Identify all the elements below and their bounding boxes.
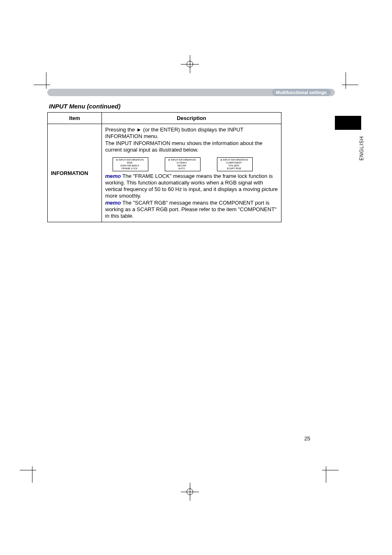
osd-header: INPUT-INFORMATION bbox=[222, 159, 248, 161]
crop-mark-bl bbox=[7, 466, 36, 495]
desc-para-1: Pressing the ► (or the ENTER) button dis… bbox=[105, 127, 278, 140]
table-header-row: Item Description bbox=[48, 113, 281, 124]
registration-mark-bottom bbox=[181, 483, 199, 501]
side-tab-black bbox=[335, 116, 361, 130]
description-cell: Pressing the ► (or the ENTER) button dis… bbox=[102, 124, 281, 222]
osd-line: SCART RGB bbox=[220, 167, 248, 170]
input-menu-table: Item Description INFORMATION Pressing th… bbox=[47, 112, 281, 222]
osd-illustration-rgb: ◄ INPUT-INFORMATION RGB 1024x768 @60.0 F… bbox=[113, 157, 148, 171]
osd-line: 1024x768 @60.0 bbox=[115, 164, 144, 167]
section-chip: Multifunctional settings bbox=[272, 89, 331, 96]
osd-line: S-VIDEO bbox=[168, 161, 196, 164]
page-content: Multifunctional settings ENGLISH INPUT M… bbox=[47, 89, 335, 222]
crop-mark-br bbox=[322, 466, 351, 495]
osd-line: AUTO bbox=[168, 167, 196, 170]
memo-text-1: The "FRAME LOCK" message means the frame… bbox=[105, 173, 278, 199]
crop-mark-tl bbox=[21, 60, 50, 89]
language-label: ENGLISH bbox=[359, 136, 364, 161]
registration-mark-top bbox=[181, 55, 199, 73]
desc-para-2: The INPUT INFORMATION menu shows the inf… bbox=[105, 140, 278, 154]
memo-para-1: memo The "FRAME LOCK" message means the … bbox=[105, 173, 278, 200]
illustration-row: ◄ INPUT-INFORMATION RGB 1024x768 @60.0 F… bbox=[113, 157, 278, 171]
table-row: INFORMATION Pressing the ► (or the ENTER… bbox=[48, 124, 281, 222]
osd-line: SECAM bbox=[168, 164, 196, 167]
header-bar: Multifunctional settings bbox=[47, 89, 335, 96]
osd-line: COMPONENT bbox=[220, 161, 248, 164]
page-number: 25 bbox=[304, 435, 310, 442]
osd-line: FRAME LOCK bbox=[115, 167, 144, 170]
memo-text-2: The "SCART RGB" message means the COMPON… bbox=[105, 200, 277, 219]
col-item: Item bbox=[48, 113, 102, 124]
play-icon: ► bbox=[136, 127, 142, 133]
osd-header: INPUT-INFORMATION bbox=[118, 159, 144, 161]
osd-illustration-component: ◄ INPUT-INFORMATION COMPONENT 576i @50 S… bbox=[217, 157, 253, 171]
memo-label: memo bbox=[105, 173, 121, 179]
memo-label: memo bbox=[105, 200, 121, 206]
page-title: INPUT Menu (continued) bbox=[49, 103, 335, 110]
osd-header: INPUT-INFORMATION bbox=[170, 159, 196, 161]
crop-mark-tr bbox=[342, 60, 371, 89]
item-cell-information: INFORMATION bbox=[48, 124, 102, 222]
col-description: Description bbox=[102, 113, 281, 124]
osd-line: RGB bbox=[115, 161, 144, 164]
osd-line: 576i @50 bbox=[220, 164, 248, 167]
memo-para-2: memo The "SCART RGB" message means the C… bbox=[105, 200, 278, 220]
osd-illustration-svideo: ◄ INPUT-INFORMATION S-VIDEO SECAM AUTO bbox=[165, 157, 201, 171]
desc-text-1a: Pressing the bbox=[105, 127, 136, 133]
